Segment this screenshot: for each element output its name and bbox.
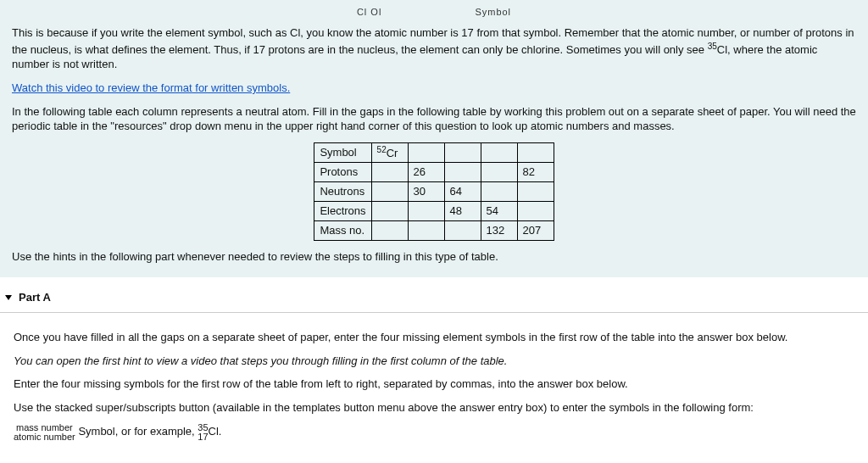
cell-empty [481,181,517,201]
row-label-massno: Mass no. [314,220,371,240]
cell-empty [371,181,408,201]
parta-example: mass number atomic number Symbol, or for… [14,423,854,442]
cutoff-left: Cl Ol [357,7,381,17]
stacked-fraction: mass number atomic number [14,423,75,442]
video-link[interactable]: Watch this video to review the format fo… [12,81,290,94]
iso-symbol: Cl [717,43,727,56]
ex-sym: Cl [209,426,219,438]
cell-empty [481,162,517,181]
parta-p3: Enter the four missing symbols for the f… [14,377,854,392]
cell-empty [371,201,408,220]
table-row: Protons 26 82 [314,162,554,181]
table-row: Symbol 52Cr [314,142,554,162]
cell-empty [481,142,517,162]
parta-p1: Once you have filled in all the gaps on … [14,330,854,345]
cell-electrons-54: 54 [481,201,517,220]
symbol-sup: 52 [377,145,387,154]
cell-neutrons-64: 64 [444,181,481,201]
cell-symbol-1: 52Cr [371,142,408,162]
row-label-neutrons: Neutrons [314,181,371,201]
parta-p4: Use the stacked super/subscripts button … [14,400,854,416]
part-a-label: Part A [19,291,51,304]
cutoff-header: Cl Ol Symbol [12,7,856,17]
cell-mass-207: 207 [517,220,554,240]
caret-down-icon [5,295,12,300]
cell-empty [444,220,481,240]
cell-empty [444,162,481,181]
intro-panel: Cl Ol Symbol This is because if you writ… [0,0,868,277]
cell-electrons-48: 48 [444,201,481,220]
cell-empty [371,162,408,181]
cutoff-right: Symbol [475,7,511,17]
cell-empty [371,220,408,240]
part-a-body: Once you have filled in all the gaps on … [0,313,868,454]
cell-empty [444,142,481,162]
hint-line: Use the hints in the following part when… [12,249,856,265]
ex-period: . [219,426,222,438]
cell-empty [517,142,554,162]
intro-paragraph-2: In the following table each column repre… [12,104,856,134]
cell-mass-132: 132 [481,220,517,240]
isotope-table: Symbol 52Cr Protons 26 82 Neutrons 30 64… [314,142,554,241]
row-label-protons: Protons [314,162,371,181]
cell-neutrons-30: 30 [408,181,444,201]
cell-empty [517,201,554,220]
example-iso: 3517 [198,423,208,442]
intro-paragraph-1: This is because if you write the element… [12,25,856,72]
cell-protons-26: 26 [408,162,444,181]
parta-p2: You can open the first hint to view a vi… [14,354,854,369]
table-row: Neutrons 30 64 [314,181,554,201]
ex-sub: 17 [198,432,208,442]
cell-empty [517,181,554,201]
table-row: Electrons 48 54 [314,201,554,220]
iso-superscript: 35 [708,42,717,51]
table-row: Mass no. 132 207 [314,220,554,240]
after-frac-text: Symbol, or for example, [78,426,198,438]
frac-bot: atomic number [14,432,75,442]
cell-protons-82: 82 [517,162,554,181]
cell-empty [408,201,444,220]
part-a-header[interactable]: Part A [0,282,868,313]
row-label-symbol: Symbol [314,142,371,162]
cell-empty [408,220,444,240]
row-label-electrons: Electrons [314,201,371,220]
video-link-row: Watch this video to review the format fo… [12,81,856,96]
symbol-el: Cr [387,147,398,159]
cell-empty [408,142,444,162]
